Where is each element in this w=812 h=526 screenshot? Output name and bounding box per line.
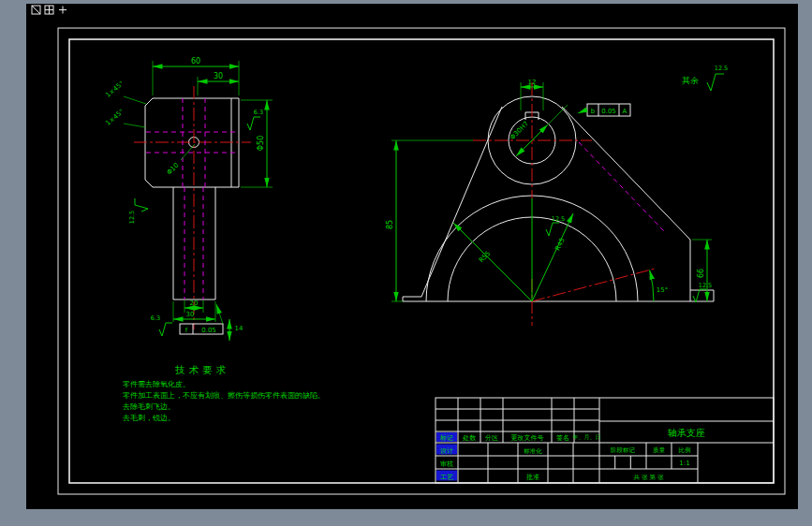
- sheet-note: 共 张 第 张: [633, 474, 664, 481]
- rev-header-docno: 更改文件号: [511, 433, 544, 442]
- rev-header-zone: 分区: [484, 434, 498, 442]
- rev-header-count: 处数: [463, 434, 477, 442]
- part-name: 轴承支座: [667, 428, 705, 438]
- scale-label: 比例: [679, 446, 691, 454]
- rest-roughness-value: 12.5: [715, 65, 728, 72]
- tech-req-line: 零件加工表面上，不应有划痕、擦伤等损伤零件表面的缺陷。: [123, 391, 325, 400]
- tech-req-line: 零件需去除氧化皮。: [123, 380, 190, 388]
- rough-shank-value: 12.5: [128, 211, 136, 224]
- audit-label: 审核: [440, 460, 453, 468]
- weight-label: 质量: [653, 446, 666, 454]
- rough-base-value: 12.5: [699, 282, 712, 289]
- approve-label: 批准: [526, 474, 539, 481]
- rest-label: 其余: [682, 76, 699, 85]
- dim-offset-label: 14: [235, 325, 244, 332]
- rev-header-mark: 标记: [439, 434, 453, 442]
- design-label: 设计: [440, 447, 453, 455]
- scale-value: 1:1: [679, 460, 689, 467]
- dim-outer-label: Φ50: [257, 136, 265, 151]
- rev-header-date: 年、月、日: [573, 433, 601, 441]
- tolerance-symbol: b: [591, 108, 596, 115]
- tech-req-line: 去毛刺，锐边。: [122, 414, 175, 422]
- tolerance-value: 0.05: [201, 327, 216, 334]
- stage-mark-label: 阶段标记: [611, 446, 636, 454]
- angle-label: 15°: [657, 286, 668, 294]
- tolerance-datum: A: [623, 108, 627, 115]
- dim-step-label: 30: [214, 72, 223, 80]
- rough-head-value: 6.3: [254, 109, 263, 116]
- dim-shank-label: 30: [186, 311, 195, 318]
- dim-right-label: 66: [697, 269, 705, 278]
- rev-header-sign: 签名: [556, 434, 569, 442]
- dim-bore-label: 20: [190, 300, 199, 307]
- rough-bottom-value: 6.3: [151, 314, 160, 322]
- dim-width-label: 60: [191, 57, 200, 66]
- dim-key-label: 12: [528, 79, 537, 86]
- tolerance-value: 0.05: [601, 108, 616, 115]
- rough-arch-value: 12.5: [552, 215, 565, 223]
- dim-height-label: 85: [386, 220, 394, 229]
- tech-req-title: 技术要求: [175, 364, 229, 375]
- tech-req-line: 去除毛刺飞边。: [122, 402, 175, 411]
- process-label: 工艺: [440, 474, 453, 481]
- cad-drawing-canvas: 其余 12.5 60 30 1×45° 1×45°: [0, 0, 812, 526]
- standardization-label: 标准化: [523, 447, 542, 455]
